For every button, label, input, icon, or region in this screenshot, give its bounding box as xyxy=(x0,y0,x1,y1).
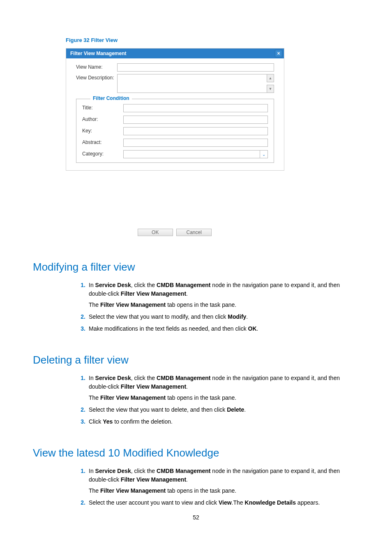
list-item: Select the user account you want to view… xyxy=(74,498,359,507)
category-combo: ⌄ xyxy=(123,150,268,158)
text: tab opens in the task pane. xyxy=(166,394,236,401)
text-bold: OK xyxy=(248,325,257,332)
text: . xyxy=(186,476,188,483)
substep: The Filter View Management tab opens in … xyxy=(89,487,359,495)
list-item: Select the view that you want to modify,… xyxy=(74,313,359,321)
heading-latest: View the latesd 10 Modified Knowledge xyxy=(33,447,359,459)
cancel-button[interactable]: Cancel xyxy=(176,229,212,236)
label-abstract: Abstract: xyxy=(82,139,123,145)
text-bold: Filter View Management xyxy=(100,301,166,308)
label-viewdesc: View Description: xyxy=(76,74,117,81)
list-item: In Service Desk, click the CMDB Manageme… xyxy=(74,374,359,402)
author-input[interactable] xyxy=(123,116,268,124)
label-author: Author: xyxy=(82,116,123,122)
form-row-key: Key: xyxy=(82,127,268,135)
substep: The Filter View Management tab opens in … xyxy=(89,394,359,402)
form-row-viewname: View Name: xyxy=(76,63,274,72)
key-input[interactable] xyxy=(123,127,268,135)
text-bold: Filter View Management xyxy=(100,487,166,494)
steps-modify: In Service Desk, click the CMDB Manageme… xyxy=(74,281,359,333)
text: . xyxy=(257,325,258,332)
text: . xyxy=(246,313,248,320)
text: . xyxy=(244,406,246,413)
text-bold: Filter View Management xyxy=(121,383,186,390)
text: , click the xyxy=(131,468,157,474)
view-name-input[interactable] xyxy=(117,63,274,72)
scroll-down-icon[interactable]: ▼ xyxy=(267,85,274,93)
text-bold: Yes xyxy=(103,418,113,425)
text-bold: Filter View Management xyxy=(121,476,186,483)
dialog-button-bar: OK Cancel xyxy=(66,228,284,236)
text: . xyxy=(186,383,188,390)
steps-latest: In Service Desk, click the CMDB Manageme… xyxy=(74,467,359,507)
dialog-titlebar: Filter View Management × xyxy=(66,49,284,58)
text-bold: Service Desk xyxy=(95,468,131,474)
dialog-body: View Name: View Description: ▲ ▼ Filter … xyxy=(66,58,284,170)
text: to confirm the deletion. xyxy=(113,418,173,425)
list-item: Select the view that you want to delete,… xyxy=(74,406,359,414)
text: The xyxy=(89,487,100,494)
text: appears. xyxy=(296,499,320,506)
text-bold: Knowledge Details xyxy=(245,499,296,506)
list-item: Make modifications in the text fields as… xyxy=(74,324,359,333)
text: In xyxy=(89,375,95,381)
view-desc-input[interactable] xyxy=(117,74,267,93)
scroll-up-icon[interactable]: ▲ xyxy=(267,74,274,82)
ok-button[interactable]: OK xyxy=(138,229,173,236)
close-icon[interactable]: × xyxy=(275,50,282,57)
filter-view-dialog: Filter View Management × View Name: View… xyxy=(66,48,284,171)
heading-delete: Deleting a filter view xyxy=(33,354,359,366)
label-title: Title: xyxy=(82,104,123,111)
category-input[interactable] xyxy=(123,150,260,158)
text-bold: Filter View Management xyxy=(100,394,166,401)
text-bold: Service Desk xyxy=(95,282,131,288)
text-bold: CMDB Management xyxy=(157,468,210,474)
label-viewname: View Name: xyxy=(76,63,117,70)
text: Select the user account you want to view… xyxy=(89,499,219,506)
label-key: Key: xyxy=(82,127,123,134)
title-input[interactable] xyxy=(123,104,268,112)
text: tab opens in the task pane. xyxy=(166,487,236,494)
form-row-title: Title: xyxy=(82,104,268,112)
list-item: In Service Desk, click the CMDB Manageme… xyxy=(74,467,359,495)
text-bold: Service Desk xyxy=(95,375,131,381)
page-number: 52 xyxy=(0,514,392,521)
text-bold: Modify xyxy=(228,313,246,320)
fieldset-legend: Filter Condition xyxy=(90,95,132,101)
text: In xyxy=(89,468,95,474)
text: .The xyxy=(232,499,245,506)
view-desc-textarea-wrap: ▲ ▼ xyxy=(117,74,274,93)
text: Select the view that you want to modify,… xyxy=(89,313,228,320)
form-row-viewdesc: View Description: ▲ ▼ xyxy=(76,74,274,93)
text: . xyxy=(186,290,188,297)
text: tab opens in the task pane. xyxy=(166,301,236,308)
text-bold: CMDB Management xyxy=(157,282,210,288)
text: , click the xyxy=(131,375,157,381)
text-bold: CMDB Management xyxy=(157,375,210,381)
form-row-abstract: Abstract: xyxy=(82,139,268,147)
steps-delete: In Service Desk, click the CMDB Manageme… xyxy=(74,374,359,426)
text: Select the view that you want to delete,… xyxy=(89,406,227,413)
list-item: In Service Desk, click the CMDB Manageme… xyxy=(74,281,359,309)
filter-condition-fieldset: Filter Condition Title: Author: Key: Abs… xyxy=(76,99,274,163)
text-bold: Filter View Management xyxy=(121,290,186,297)
text: In xyxy=(89,282,95,288)
text: Make modifications in the text fields as… xyxy=(89,325,248,332)
label-category: Category: xyxy=(82,150,123,157)
form-row-author: Author: xyxy=(82,116,268,124)
text: The xyxy=(89,394,100,401)
text: , click the xyxy=(131,282,157,288)
text: Click xyxy=(89,418,103,425)
heading-modify: Modifying a filter view xyxy=(33,261,359,273)
abstract-input[interactable] xyxy=(123,139,268,147)
textarea-scrollbar: ▲ ▼ xyxy=(267,74,274,93)
text: The xyxy=(89,301,100,308)
list-item: Click Yes to confirm the deletion. xyxy=(74,417,359,426)
text-bold: Delete xyxy=(227,406,244,413)
form-row-category: Category: ⌄ xyxy=(82,150,268,158)
figure-caption: Figure 32 Filter View xyxy=(66,37,359,43)
substep: The Filter View Management tab opens in … xyxy=(89,301,359,309)
dialog-title: Filter View Management xyxy=(70,51,126,56)
chevron-down-icon[interactable]: ⌄ xyxy=(260,150,268,158)
text-bold: View xyxy=(219,499,232,506)
